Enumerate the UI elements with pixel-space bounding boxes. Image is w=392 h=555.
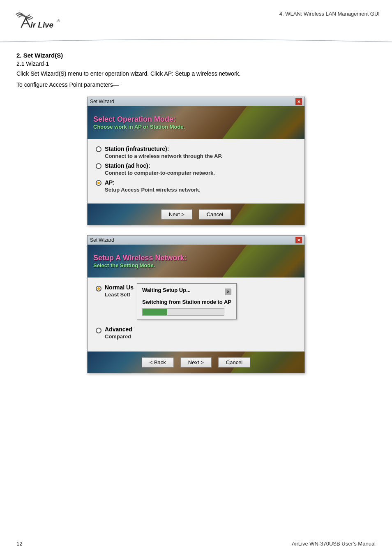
- option-label-group-ap: AP: Setup Access Point wireless network.: [105, 179, 201, 193]
- radio-station-adhoc[interactable]: [96, 163, 101, 169]
- dialog1-footer: Next > Cancel: [88, 204, 304, 225]
- dialog2-close-button[interactable]: ✕: [295, 237, 302, 243]
- option-label-ap: AP:: [105, 179, 201, 186]
- dialog2-banner: Setup A Wireless Network: Select the Set…: [88, 245, 304, 278]
- dialog2: Set Wizard ✕ Setup A Wireless Network: S…: [87, 235, 305, 373]
- dialog1-title: Set Wizard: [90, 99, 114, 104]
- option-label-normal: Normal Us: [105, 284, 134, 291]
- dialog2-body: Normal Us Least Sett Waiting Setup Up...…: [88, 278, 304, 352]
- waiting-popup: Waiting Setup Up... ✕ Switching from Sta…: [137, 283, 237, 319]
- logo-area: ir Live ®: [12, 7, 62, 32]
- option-label-group-infra: Station (infrastructure): Connect to a w…: [105, 146, 222, 159]
- option-desc-adhoc: Connect to computer-to-computer network.: [105, 170, 215, 176]
- option-normal-use: Normal Us Least Sett Waiting Setup Up...…: [96, 284, 296, 319]
- dialog1-next-button[interactable]: Next >: [161, 209, 192, 220]
- dialog1-cancel-button[interactable]: Cancel: [199, 209, 231, 220]
- progress-bar-fill: [143, 309, 167, 315]
- section-subtitle: 2.1 Wizard-1: [16, 60, 376, 67]
- page-header: ir Live ® 4. WLAN: Wireless LAN Manageme…: [0, 0, 392, 36]
- dialog1-close-button[interactable]: ✕: [295, 98, 302, 105]
- waiting-popup-titlebar: Waiting Setup Up... ✕: [142, 287, 231, 296]
- page-footer: 12 AirLive WN-370USB User's Manual: [0, 541, 392, 547]
- radio-advanced[interactable]: [96, 328, 101, 333]
- option-advanced: Advanced Compared: [96, 326, 296, 340]
- header-separator: [0, 36, 392, 44]
- dialog2-next-button[interactable]: Next >: [180, 357, 212, 368]
- radio-ap[interactable]: [96, 180, 101, 186]
- dialog2-title: Set Wizard: [90, 237, 114, 243]
- manual-text: AirLive WN-370USB User's Manual: [292, 541, 376, 547]
- option-desc-advanced: Compared: [105, 333, 132, 340]
- option-desc-ap: Setup Access Point wireless network.: [105, 187, 201, 193]
- dialog2-cancel-button[interactable]: Cancel: [218, 357, 250, 368]
- dialog2-titlebar: Set Wizard ✕: [88, 236, 304, 245]
- option-desc-infra: Connect to a wireless network through th…: [105, 153, 222, 159]
- dialog1: Set Wizard ✕ Select Operation Mode: Choo…: [87, 97, 305, 225]
- banner2-foliage: [222, 245, 304, 278]
- dialog1-banner: Select Operation Mode: Choose work in AP…: [88, 106, 304, 139]
- progress-bar-container: [142, 308, 224, 316]
- option-label-adhoc: Station (ad hoc):: [105, 162, 215, 169]
- page-number: 12: [16, 541, 22, 547]
- main-content: 2. Set Wizard(S) 2.1 Wizard-1 Click Set …: [0, 44, 392, 391]
- svg-text:®: ®: [58, 19, 60, 23]
- option-station-adhoc: Station (ad hoc): Connect to computer-to…: [96, 162, 296, 176]
- radio-station-infra[interactable]: [96, 146, 101, 152]
- footer1-foliage: [231, 204, 304, 225]
- option-label-group-adhoc: Station (ad hoc): Connect to computer-to…: [105, 162, 215, 176]
- radio-normal-use[interactable]: [96, 286, 101, 291]
- chapter-text: 4. WLAN: Wireless LAN Management GUI: [279, 7, 380, 17]
- airlive-logo: ir Live ®: [12, 7, 62, 32]
- dialog2-footer: < Back Next > Cancel: [88, 352, 304, 373]
- option-station-infra: Station (infrastructure): Connect to a w…: [96, 146, 296, 159]
- waiting-popup-close-button[interactable]: ✕: [225, 289, 231, 295]
- banner1-foliage: [222, 106, 304, 139]
- option-label-infra: Station (infrastructure):: [105, 146, 222, 152]
- option-label-group-advanced: Advanced Compared: [105, 326, 132, 340]
- svg-text:ir Live: ir Live: [31, 21, 54, 29]
- option-ap: AP: Setup Access Point wireless network.: [96, 179, 296, 193]
- waiting-popup-title: Waiting Setup Up...: [142, 287, 191, 293]
- dialog1-body: Station (infrastructure): Connect to a w…: [88, 139, 304, 204]
- section-desc2: To configure Access Point parameters—: [16, 81, 376, 89]
- section-title: 2. Set Wizard(S): [16, 52, 376, 59]
- waiting-popup-message: Switching from Station mode to AP: [142, 299, 231, 305]
- option-desc-normal: Least Sett: [105, 291, 134, 298]
- dialog1-titlebar: Set Wizard ✕: [88, 97, 304, 106]
- dialog2-back-button[interactable]: < Back: [142, 357, 174, 368]
- option-label-advanced: Advanced: [105, 326, 132, 333]
- section-desc1: Click Set Wizard(S) menu to enter operat…: [16, 69, 376, 78]
